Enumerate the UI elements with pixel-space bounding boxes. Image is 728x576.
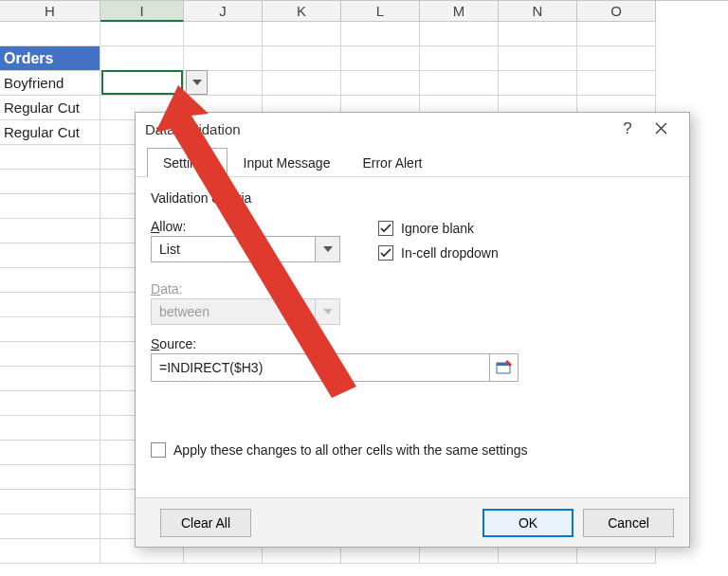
cell[interactable] [577,22,656,46]
cell[interactable] [0,514,100,539]
tab-settings[interactable]: Settings [147,148,228,177]
cell[interactable] [577,71,656,96]
cell[interactable] [0,367,100,391]
col-header-J[interactable]: J [184,1,263,22]
cell[interactable] [263,71,341,96]
cell[interactable] [0,441,100,465]
chevron-down-icon [323,246,333,252]
cell[interactable] [0,416,100,441]
cell[interactable] [499,22,577,46]
data-dropdown-button [315,299,339,324]
incell-dropdown-label: In-cell dropdown [401,245,499,261]
allow-label: Allow: [151,219,350,234]
cell[interactable] [499,46,577,71]
cell[interactable] [0,170,100,194]
cell[interactable] [0,391,100,416]
ignore-blank-label: Ignore blank [401,221,474,236]
cell[interactable] [184,22,263,46]
cell[interactable] [0,194,100,219]
fill-handle[interactable] [178,90,184,96]
dialog-body: Validation criteria Allow: List Ignore b… [136,177,689,458]
col-header-N[interactable]: N [499,1,577,22]
source-label: Source: [151,336,674,351]
cell[interactable] [100,22,184,46]
data-combo: between [151,298,340,325]
range-picker-button[interactable] [489,354,518,381]
cell[interactable] [100,46,184,71]
data-label: Data: [151,281,674,297]
close-button[interactable] [642,121,680,137]
cell[interactable] [341,71,420,96]
cell[interactable] [341,22,420,46]
cell[interactable] [263,46,341,71]
data-validation-dialog: Data Validation ? Settings Input Message… [135,112,690,548]
col-header-O[interactable]: O [577,1,656,22]
incell-dropdown-check[interactable]: In-cell dropdown [378,245,499,261]
cell[interactable] [0,268,100,293]
cell[interactable] [420,22,499,46]
help-button[interactable]: ? [613,119,642,138]
cell[interactable] [0,490,100,514]
col-header-L[interactable]: L [341,1,420,22]
cell-regularcut-1[interactable]: Regular Cut [0,96,100,120]
dialog-title: Data Validation [145,121,241,137]
range-picker-icon [496,359,513,376]
cell[interactable] [263,22,341,46]
chevron-down-icon [323,309,333,315]
cell[interactable] [0,465,100,490]
allow-value: List [152,237,315,261]
ok-button[interactable]: OK [482,509,573,537]
cell[interactable] [0,243,100,268]
cell-regularcut-2[interactable]: Regular Cut [0,120,100,145]
cell[interactable] [0,145,100,170]
validation-criteria-label: Validation criteria [151,190,674,206]
cell[interactable] [420,46,499,71]
cell[interactable] [0,22,100,46]
source-input[interactable]: =INDIRECT($H3) [152,354,489,381]
validation-dropdown-button[interactable] [186,70,208,95]
col-header-H[interactable]: H [0,1,100,22]
checkbox-checked-icon [378,221,393,236]
col-header-M[interactable]: M [420,1,499,22]
checkbox-unchecked-icon [151,442,166,458]
column-headers: H I J K L M N O [0,0,728,22]
cell[interactable] [420,71,499,96]
cell[interactable] [0,317,100,342]
cell[interactable] [0,293,100,317]
active-cell[interactable] [101,70,183,95]
clear-all-button[interactable]: Clear All [160,509,251,537]
col-header-K[interactable]: K [263,1,341,22]
cell[interactable] [0,539,100,564]
cell[interactable] [0,342,100,367]
cell[interactable] [577,46,656,71]
chevron-down-icon [192,80,202,85]
checkbox-checked-icon [378,245,393,261]
cell-boyfriend[interactable]: Boyfriend [0,71,100,96]
cell-orders-header[interactable]: Orders [0,46,100,71]
allow-dropdown-button[interactable] [315,237,339,261]
cancel-button[interactable]: Cancel [583,509,674,537]
ignore-blank-check[interactable]: Ignore blank [378,221,499,236]
close-icon [655,122,667,135]
cell[interactable] [499,71,577,96]
tab-input-message[interactable]: Input Message [228,148,347,177]
dialog-titlebar[interactable]: Data Validation ? [136,113,689,145]
cell[interactable] [341,46,420,71]
allow-combo[interactable]: List [151,236,340,262]
apply-changes-label: Apply these changes to all other cells w… [173,442,528,458]
dialog-footer: Clear All OK Cancel [136,497,689,547]
source-field[interactable]: =INDIRECT($H3) [151,353,519,382]
cell[interactable] [0,219,100,243]
col-header-I[interactable]: I [100,1,184,22]
dialog-tabs: Settings Input Message Error Alert [136,145,689,177]
tab-error-alert[interactable]: Error Alert [346,148,438,177]
cell[interactable] [184,46,263,71]
data-value: between [152,299,315,324]
apply-changes-check[interactable]: Apply these changes to all other cells w… [151,442,674,458]
